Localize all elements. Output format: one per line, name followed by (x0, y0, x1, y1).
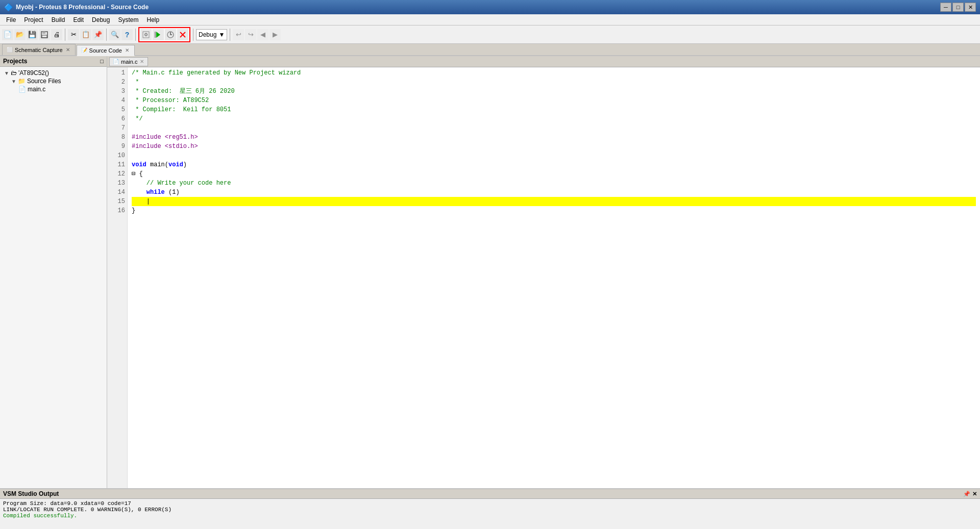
clean-button[interactable] (177, 29, 188, 40)
main-content: Projects □ ▼ 🗁 'AT89C52() ▼ 📁 Source Fil… (0, 56, 980, 488)
editor-area: 📄 main.c ✕ 1 2 3 4 5 6 7 8 9 10 11 12 13 (107, 56, 980, 488)
code-line-2: * (132, 78, 976, 87)
line-num-2: 2 (109, 78, 125, 87)
tabs-area: ⬜ Schematic Capture ✕ 📝 Source Code ✕ (0, 44, 980, 56)
projects-header: Projects □ (0, 56, 107, 67)
line-num-3: 3 (109, 87, 125, 96)
new-button[interactable]: 📄 (2, 29, 13, 40)
source-files-expand-icon: ▼ (11, 79, 16, 84)
editor-file-close[interactable]: ✕ (139, 59, 144, 64)
code-line-1: /* Main.c file generated by New Project … (132, 68, 976, 78)
debug-label: Debug (199, 31, 216, 38)
code-line-7 (132, 123, 976, 133)
paste-button[interactable]: 📌 (92, 29, 104, 40)
editor-file-icon: 📄 (113, 59, 119, 64)
close-button[interactable]: ✕ (965, 3, 976, 12)
separator-5 (230, 29, 230, 41)
menu-debug[interactable]: Debug (88, 14, 114, 26)
line-num-12: 12 (109, 169, 125, 179)
code-editor[interactable]: 1 2 3 4 5 6 7 8 9 10 11 12 13 14 15 16 /… (107, 67, 980, 488)
editor-tab-bar: 📄 main.c ✕ (107, 56, 980, 67)
find-button[interactable]: 🔍 (109, 29, 120, 40)
schematic-tab-close[interactable]: ✕ (65, 47, 71, 53)
svg-text:⚙: ⚙ (144, 32, 148, 37)
root-label: 'AT89C52() (18, 69, 49, 77)
svg-rect-1 (42, 32, 45, 34)
code-line-10 (132, 151, 976, 160)
toolbar-area: 📄 📂 💾 🖨 ✂ 📋 📌 🔍 ? ⚙ (0, 26, 980, 44)
tab-source[interactable]: 📝 Source Code ✕ (77, 45, 135, 56)
compile-button[interactable]: ⚙ (140, 29, 152, 40)
redo-button[interactable]: ↪ (245, 29, 256, 40)
schematic-tab-icon: ⬜ (7, 47, 13, 53)
separator-1 (65, 29, 65, 41)
code-line-9: #include <stdio.h> (132, 142, 976, 151)
output-pin-icon[interactable]: 📌 (963, 491, 970, 497)
tree-item-source-files[interactable]: ▼ 📁 Source Files (9, 77, 105, 85)
code-line-13: // Write your code here (132, 179, 976, 188)
output-title: VSM Studio Output (3, 490, 59, 497)
menu-file[interactable]: File (2, 14, 20, 26)
line-num-5: 5 (109, 105, 125, 114)
tree-item-main-c[interactable]: 📄 main.c (16, 85, 105, 93)
save-button[interactable]: 💾 (27, 29, 38, 40)
build-button[interactable] (153, 29, 164, 40)
menu-bar: File Project Build Edit Debug System Hel… (0, 14, 980, 26)
minimize-button[interactable]: ─ (940, 3, 951, 12)
code-line-16: } (132, 206, 976, 215)
output-header: VSM Studio Output 📌 ✕ (0, 489, 980, 499)
menu-help[interactable]: Help (142, 14, 163, 26)
help-button[interactable]: ? (121, 29, 133, 40)
separator-4 (193, 29, 193, 41)
forward-button[interactable]: ▶ (270, 29, 281, 40)
line-num-10: 10 (109, 151, 125, 160)
print-button[interactable]: 🖨 (51, 29, 62, 40)
title-bar: 🔷 Myobj - Proteus 8 Professional - Sourc… (0, 0, 980, 14)
line-num-16: 16 (109, 206, 125, 215)
rebuild-button[interactable] (165, 29, 176, 40)
undo-button[interactable]: ↩ (233, 29, 244, 40)
svg-rect-6 (155, 32, 156, 38)
back-button[interactable]: ◀ (257, 29, 268, 40)
line-numbers: 1 2 3 4 5 6 7 8 9 10 11 12 13 14 15 16 (107, 67, 128, 488)
menu-system[interactable]: System (114, 14, 142, 26)
editor-file-name: main.c (121, 59, 137, 65)
menu-edit[interactable]: Edit (69, 14, 88, 26)
tab-schematic[interactable]: ⬜ Schematic Capture ✕ (2, 44, 76, 55)
projects-minimize-icon[interactable]: □ (100, 58, 104, 64)
left-panel: Projects □ ▼ 🗁 'AT89C52() ▼ 📁 Source Fil… (0, 56, 107, 488)
copy-button[interactable]: 📋 (80, 29, 91, 40)
code-line-8: #include <reg51.h> (132, 133, 976, 142)
build-toolbar-group: ⚙ (138, 27, 190, 42)
code-line-11: void main(void) (132, 160, 976, 169)
line-num-13: 13 (109, 179, 125, 188)
cut-button[interactable]: ✂ (68, 29, 79, 40)
code-line-12: ⊟ { (132, 169, 976, 179)
main-c-icon: 📄 (18, 86, 26, 93)
menu-project[interactable]: Project (20, 14, 47, 26)
code-line-4: * Processor: AT89C52 (132, 96, 976, 105)
tree-item-root[interactable]: ▼ 🗁 'AT89C52() (2, 69, 105, 77)
debug-dropdown[interactable]: Debug ▼ (196, 29, 227, 40)
title-bar-controls: ─ □ ✕ (940, 3, 976, 12)
code-content[interactable]: /* Main.c file generated by New Project … (128, 67, 980, 488)
projects-title: Projects (3, 58, 27, 65)
root-folder-icon: 🗁 (11, 69, 17, 77)
open-button[interactable]: 📂 (14, 29, 26, 40)
root-expand-icon: ▼ (4, 70, 9, 76)
title-text: Myobj - Proteus 8 Professional - Source … (16, 4, 149, 11)
separator-3 (135, 29, 136, 41)
menu-build[interactable]: Build (47, 14, 69, 26)
line-num-4: 4 (109, 96, 125, 105)
separator-2 (106, 29, 107, 41)
save-all-button[interactable] (39, 29, 50, 40)
source-tab-label: Source Code (89, 47, 122, 54)
editor-file-tab-main-c[interactable]: 📄 main.c ✕ (109, 57, 148, 66)
output-close-icon[interactable]: ✕ (972, 491, 977, 497)
code-line-3: * Created: 星三 6月 26 2020 (132, 87, 976, 96)
source-tab-close[interactable]: ✕ (124, 47, 130, 53)
maximize-button[interactable]: □ (952, 3, 964, 12)
line-num-8: 8 (109, 133, 125, 142)
source-files-label: Source Files (27, 78, 61, 85)
line-num-6: 6 (109, 114, 125, 123)
